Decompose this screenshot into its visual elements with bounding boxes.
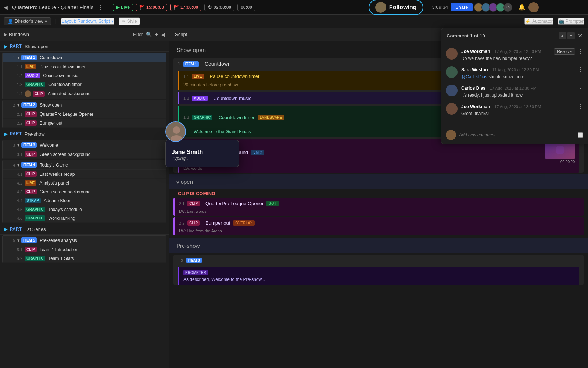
- row-num-4-6: 4.6: [14, 216, 22, 221]
- layout-button[interactable]: Layout: Rundown, Script ▾: [61, 18, 114, 25]
- item-row-5[interactable]: 5 ▾ ITEM 5 Pre-series analysis: [3, 236, 166, 245]
- script-sub-2-2[interactable]: 2.2 CLIP Bumper out OVERLAY LW: Live fro…: [173, 217, 584, 235]
- sub-row-1-3[interactable]: 1.3 GRAPHIC Countdown timer: [3, 80, 166, 89]
- notification-icon[interactable]: 🔔: [518, 4, 526, 11]
- rundown-expand-icon[interactable]: ▶: [4, 32, 7, 37]
- add-item-button[interactable]: +: [155, 31, 158, 38]
- item-row-4[interactable]: 4 ▾ ITEM 4 Today's Game: [3, 160, 166, 170]
- script-title-item1: Countdown: [205, 61, 231, 67]
- timer1: 🚩 15:00:00: [136, 4, 167, 11]
- badge-clip-4-3: CLIP: [25, 189, 37, 194]
- comment-item-4: Joe Workman 17 Aug, 2020 at 12:30 PM ⋮ G…: [446, 103, 583, 116]
- item-block-3: 3 ▾ ITEM 3 Welcome 3.1 CLIP Green screen…: [2, 140, 166, 159]
- sub-row-5-2[interactable]: 5.2 GRAPHIC Team 1 Stats: [3, 254, 166, 263]
- comment-avatar-4: [446, 103, 458, 115]
- script-num-2-2: 2.2: [179, 221, 184, 225]
- time3-val: 02:00:00: [214, 5, 231, 10]
- more-button-3[interactable]: ⋮: [577, 85, 583, 92]
- item-block-5: 5 ▾ ITEM 5 Pre-series analysis 5.1 CLIP …: [2, 235, 166, 263]
- sub-row-4-2[interactable]: 4.2 LIVE Analyst's panel: [3, 179, 166, 187]
- timer2: 🚩 17:00:00: [170, 4, 201, 11]
- script-prompter-row[interactable]: PROMPTER As described, Welcome to the Pr…: [178, 267, 579, 285]
- comment-close-button[interactable]: ✕: [578, 32, 582, 39]
- sub-row-4-1[interactable]: 4.1 CLIP Last week's recap: [3, 170, 166, 179]
- item-row-2[interactable]: 2 ▾ ITEM 2 Show open: [3, 100, 166, 110]
- comment-next-button[interactable]: ▼: [567, 32, 575, 39]
- lw-text-2-1: LW: Last words: [175, 209, 584, 216]
- part-row-show-open: ▶ PART Show open: [0, 41, 169, 52]
- item-title-4-5: Today's schedule: [48, 207, 164, 212]
- sub-row-4-3[interactable]: 4.3 CLIP Green screen background: [3, 187, 166, 196]
- comment-avatar-2: [446, 66, 458, 78]
- sub-row-2-2[interactable]: 2.2 CLIP Bumper out: [3, 119, 166, 128]
- item-block-2: 2 ▾ ITEM 2 Show open 2.1 CLIP QuarterPro…: [2, 100, 166, 128]
- part-label-3: PART: [10, 226, 22, 232]
- sub-row-4-4[interactable]: 4.4 STRAP Adriano Bloom: [3, 196, 166, 205]
- item-title-4: Today's Game: [40, 162, 164, 168]
- sub-row-3-1[interactable]: 3.1 CLIP Green screen background: [3, 150, 166, 159]
- badge-clip-1-4: CLIP: [33, 91, 45, 97]
- sub-row-1-2[interactable]: 1.2 AUDIO Countdown music: [3, 71, 166, 80]
- sub-row-1-1[interactable]: 1.1 LIVE Pause countdown timer: [3, 62, 166, 71]
- add-comment-input[interactable]: [459, 132, 574, 137]
- item-title-1-4: Animated background: [48, 91, 164, 96]
- expand-icon-2[interactable]: ▾: [17, 102, 20, 108]
- script-sub-2-1[interactable]: 2.1 CLIP QuarterPro League Opener SOT LW…: [173, 198, 584, 216]
- row-num-4-3: 4.3: [14, 190, 22, 194]
- comment-text-3: It's ready. I just uploaded it now.: [461, 93, 583, 98]
- item-title-4-1: Last week's recap: [40, 172, 164, 177]
- resolve-button-1[interactable]: Resolve: [554, 48, 575, 55]
- sub-row-4-6[interactable]: 4.6 GRAPHIC World ranking: [3, 214, 166, 223]
- part-title-1st-series: 1st Series: [25, 226, 46, 232]
- part-label-1: PART: [10, 44, 22, 49]
- row-num-5-1: 5.1: [14, 247, 22, 252]
- expand-icon-5[interactable]: ▾: [17, 237, 20, 243]
- flag-icon1: 🚩: [139, 5, 145, 10]
- script-title-1-2: Countdown music: [214, 96, 251, 101]
- popup-user-name: Jane Smith: [172, 149, 233, 156]
- mention-carlos: @CarlosDias: [461, 74, 487, 79]
- comment-sidebar-icon[interactable]: ⬜: [577, 132, 583, 138]
- more-button-2[interactable]: ⋮: [577, 66, 583, 73]
- more-button-4[interactable]: ⋮: [577, 103, 583, 110]
- time2-val: 17:00:00: [180, 5, 198, 10]
- item-row-3[interactable]: 3 ▾ ITEM 3 Welcome: [3, 140, 166, 150]
- sub-row-5-1[interactable]: 5.1 CLIP Team 1 Introduction: [3, 245, 166, 254]
- rundown-header: ▶ Rundown Filter 🔍 + ◀: [0, 28, 169, 41]
- directors-view-button[interactable]: 👤 Director's view ▾: [4, 17, 51, 25]
- script-num-2-1: 2.1: [179, 201, 184, 206]
- more-button-1[interactable]: ⋮: [577, 48, 583, 55]
- following-button[interactable]: Following: [369, 0, 423, 15]
- style-button[interactable]: ✏ Style: [119, 17, 140, 25]
- sub-row-1-4[interactable]: 1.4 CLIP Animated background: [3, 89, 166, 99]
- automator-button[interactable]: ⚡ Automator: [524, 18, 553, 25]
- expand-icon-4[interactable]: ▾: [17, 162, 20, 168]
- expand-icon-3[interactable]: ▾: [17, 142, 20, 148]
- item-row-1[interactable]: 1 ▾ ITEM 1 Countdown: [3, 53, 166, 62]
- back-arrow[interactable]: ◀: [4, 4, 8, 10]
- script-badge-clip-2-1: CLIP: [187, 201, 200, 206]
- prompter-button[interactable]: 📺 Prompter: [558, 18, 584, 25]
- item-title-2: Show open: [40, 103, 164, 108]
- row-num-1-3: 1.3: [14, 82, 22, 87]
- expand-icon-1[interactable]: ▾: [17, 55, 20, 60]
- script-num-1-2: 1.2: [183, 96, 189, 100]
- rundown-filter[interactable]: Filter: [133, 32, 143, 37]
- script-num-1-1: 1.1: [183, 74, 189, 79]
- badge-graphic-4-6: GRAPHIC: [25, 215, 45, 221]
- rundown-content: ▶ PART Show open 1 ▾ ITEM 1 Countdown 1.…: [0, 41, 169, 368]
- dots-menu[interactable]: ⋮: [98, 4, 104, 11]
- search-icon[interactable]: 🔍: [146, 32, 152, 37]
- sub-row-2-1[interactable]: 2.1 CLIP QuarterPro League Opener: [3, 110, 166, 119]
- comment-prev-button[interactable]: ▲: [559, 32, 566, 39]
- badge-graphic-5-2: GRAPHIC: [25, 256, 45, 261]
- collapse-panel-button[interactable]: ◀: [161, 32, 165, 37]
- share-button[interactable]: Share: [451, 3, 473, 11]
- divider1: [108, 4, 108, 11]
- part-title-pre-show: Pre-show: [25, 131, 45, 137]
- user-settings-avatar[interactable]: [528, 2, 539, 12]
- item-title-3-1: Green screen background: [40, 152, 164, 157]
- sub-row-4-5[interactable]: 4.5 GRAPHIC Today's schedule: [3, 205, 166, 214]
- item-title-5-2: Team 1 Stats: [48, 256, 164, 261]
- comment-avatar-3: [446, 85, 458, 96]
